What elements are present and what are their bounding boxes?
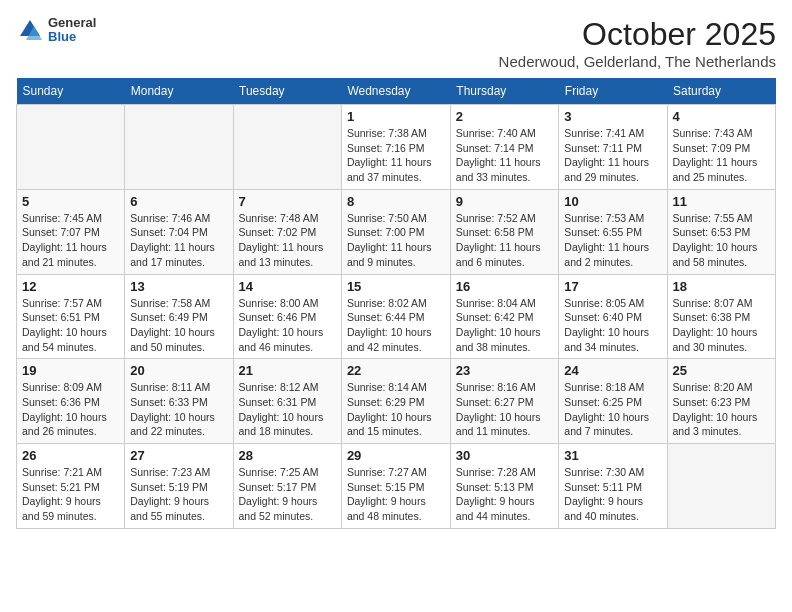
day-info: Sunrise: 8:00 AM Sunset: 6:46 PM Dayligh…	[239, 296, 336, 355]
calendar-cell	[17, 105, 125, 190]
header-row: SundayMondayTuesdayWednesdayThursdayFrid…	[17, 78, 776, 105]
day-number: 11	[673, 194, 770, 209]
day-info: Sunrise: 7:25 AM Sunset: 5:17 PM Dayligh…	[239, 465, 336, 524]
day-number: 24	[564, 363, 661, 378]
logo-icon	[16, 16, 44, 44]
logo: General Blue	[16, 16, 96, 45]
day-number: 2	[456, 109, 554, 124]
calendar-cell: 30Sunrise: 7:28 AM Sunset: 5:13 PM Dayli…	[450, 444, 559, 529]
day-info: Sunrise: 8:07 AM Sunset: 6:38 PM Dayligh…	[673, 296, 770, 355]
day-info: Sunrise: 8:09 AM Sunset: 6:36 PM Dayligh…	[22, 380, 119, 439]
day-number: 30	[456, 448, 554, 463]
calendar-cell: 25Sunrise: 8:20 AM Sunset: 6:23 PM Dayli…	[667, 359, 775, 444]
calendar-subtitle: Nederwoud, Gelderland, The Netherlands	[499, 53, 776, 70]
day-info: Sunrise: 7:45 AM Sunset: 7:07 PM Dayligh…	[22, 211, 119, 270]
day-number: 13	[130, 279, 227, 294]
day-info: Sunrise: 8:16 AM Sunset: 6:27 PM Dayligh…	[456, 380, 554, 439]
day-number: 16	[456, 279, 554, 294]
day-number: 23	[456, 363, 554, 378]
day-number: 14	[239, 279, 336, 294]
calendar-cell: 29Sunrise: 7:27 AM Sunset: 5:15 PM Dayli…	[341, 444, 450, 529]
calendar-cell: 19Sunrise: 8:09 AM Sunset: 6:36 PM Dayli…	[17, 359, 125, 444]
day-info: Sunrise: 7:28 AM Sunset: 5:13 PM Dayligh…	[456, 465, 554, 524]
day-number: 9	[456, 194, 554, 209]
calendar-cell: 2Sunrise: 7:40 AM Sunset: 7:14 PM Daylig…	[450, 105, 559, 190]
calendar-header: SundayMondayTuesdayWednesdayThursdayFrid…	[17, 78, 776, 105]
calendar-cell: 26Sunrise: 7:21 AM Sunset: 5:21 PM Dayli…	[17, 444, 125, 529]
title-block: October 2025 Nederwoud, Gelderland, The …	[499, 16, 776, 70]
calendar-cell	[125, 105, 233, 190]
week-row: 1Sunrise: 7:38 AM Sunset: 7:16 PM Daylig…	[17, 105, 776, 190]
calendar-cell: 31Sunrise: 7:30 AM Sunset: 5:11 PM Dayli…	[559, 444, 667, 529]
calendar-cell: 23Sunrise: 8:16 AM Sunset: 6:27 PM Dayli…	[450, 359, 559, 444]
calendar-cell: 11Sunrise: 7:55 AM Sunset: 6:53 PM Dayli…	[667, 189, 775, 274]
day-info: Sunrise: 7:48 AM Sunset: 7:02 PM Dayligh…	[239, 211, 336, 270]
day-number: 12	[22, 279, 119, 294]
day-number: 20	[130, 363, 227, 378]
day-number: 28	[239, 448, 336, 463]
calendar-cell	[233, 105, 341, 190]
calendar-cell: 17Sunrise: 8:05 AM Sunset: 6:40 PM Dayli…	[559, 274, 667, 359]
calendar-cell: 6Sunrise: 7:46 AM Sunset: 7:04 PM Daylig…	[125, 189, 233, 274]
day-number: 3	[564, 109, 661, 124]
day-info: Sunrise: 7:55 AM Sunset: 6:53 PM Dayligh…	[673, 211, 770, 270]
header-day: Friday	[559, 78, 667, 105]
calendar-cell: 1Sunrise: 7:38 AM Sunset: 7:16 PM Daylig…	[341, 105, 450, 190]
calendar-cell: 28Sunrise: 7:25 AM Sunset: 5:17 PM Dayli…	[233, 444, 341, 529]
day-number: 4	[673, 109, 770, 124]
day-info: Sunrise: 8:04 AM Sunset: 6:42 PM Dayligh…	[456, 296, 554, 355]
calendar-body: 1Sunrise: 7:38 AM Sunset: 7:16 PM Daylig…	[17, 105, 776, 529]
calendar-table: SundayMondayTuesdayWednesdayThursdayFrid…	[16, 78, 776, 529]
calendar-cell: 5Sunrise: 7:45 AM Sunset: 7:07 PM Daylig…	[17, 189, 125, 274]
calendar-cell: 9Sunrise: 7:52 AM Sunset: 6:58 PM Daylig…	[450, 189, 559, 274]
day-number: 8	[347, 194, 445, 209]
calendar-cell: 21Sunrise: 8:12 AM Sunset: 6:31 PM Dayli…	[233, 359, 341, 444]
calendar-cell: 22Sunrise: 8:14 AM Sunset: 6:29 PM Dayli…	[341, 359, 450, 444]
day-info: Sunrise: 7:41 AM Sunset: 7:11 PM Dayligh…	[564, 126, 661, 185]
day-number: 21	[239, 363, 336, 378]
day-number: 26	[22, 448, 119, 463]
calendar-cell: 27Sunrise: 7:23 AM Sunset: 5:19 PM Dayli…	[125, 444, 233, 529]
calendar-cell: 13Sunrise: 7:58 AM Sunset: 6:49 PM Dayli…	[125, 274, 233, 359]
calendar-title: October 2025	[499, 16, 776, 53]
day-info: Sunrise: 7:50 AM Sunset: 7:00 PM Dayligh…	[347, 211, 445, 270]
day-number: 19	[22, 363, 119, 378]
day-number: 15	[347, 279, 445, 294]
calendar-cell: 7Sunrise: 7:48 AM Sunset: 7:02 PM Daylig…	[233, 189, 341, 274]
day-number: 18	[673, 279, 770, 294]
calendar-cell: 8Sunrise: 7:50 AM Sunset: 7:00 PM Daylig…	[341, 189, 450, 274]
day-info: Sunrise: 7:21 AM Sunset: 5:21 PM Dayligh…	[22, 465, 119, 524]
calendar-cell: 24Sunrise: 8:18 AM Sunset: 6:25 PM Dayli…	[559, 359, 667, 444]
calendar-cell	[667, 444, 775, 529]
day-number: 25	[673, 363, 770, 378]
calendar-cell: 10Sunrise: 7:53 AM Sunset: 6:55 PM Dayli…	[559, 189, 667, 274]
week-row: 5Sunrise: 7:45 AM Sunset: 7:07 PM Daylig…	[17, 189, 776, 274]
day-number: 31	[564, 448, 661, 463]
day-info: Sunrise: 8:11 AM Sunset: 6:33 PM Dayligh…	[130, 380, 227, 439]
calendar-cell: 20Sunrise: 8:11 AM Sunset: 6:33 PM Dayli…	[125, 359, 233, 444]
day-info: Sunrise: 8:18 AM Sunset: 6:25 PM Dayligh…	[564, 380, 661, 439]
day-number: 7	[239, 194, 336, 209]
logo-text: General Blue	[48, 16, 96, 45]
day-number: 6	[130, 194, 227, 209]
calendar-cell: 4Sunrise: 7:43 AM Sunset: 7:09 PM Daylig…	[667, 105, 775, 190]
day-number: 17	[564, 279, 661, 294]
day-number: 27	[130, 448, 227, 463]
day-info: Sunrise: 8:20 AM Sunset: 6:23 PM Dayligh…	[673, 380, 770, 439]
header-day: Wednesday	[341, 78, 450, 105]
header-day: Tuesday	[233, 78, 341, 105]
day-info: Sunrise: 8:14 AM Sunset: 6:29 PM Dayligh…	[347, 380, 445, 439]
day-info: Sunrise: 7:40 AM Sunset: 7:14 PM Dayligh…	[456, 126, 554, 185]
day-info: Sunrise: 7:30 AM Sunset: 5:11 PM Dayligh…	[564, 465, 661, 524]
logo-blue: Blue	[48, 30, 96, 44]
day-info: Sunrise: 7:43 AM Sunset: 7:09 PM Dayligh…	[673, 126, 770, 185]
calendar-cell: 12Sunrise: 7:57 AM Sunset: 6:51 PM Dayli…	[17, 274, 125, 359]
day-number: 5	[22, 194, 119, 209]
day-info: Sunrise: 7:57 AM Sunset: 6:51 PM Dayligh…	[22, 296, 119, 355]
calendar-cell: 14Sunrise: 8:00 AM Sunset: 6:46 PM Dayli…	[233, 274, 341, 359]
day-number: 22	[347, 363, 445, 378]
logo-general: General	[48, 16, 96, 30]
calendar-cell: 16Sunrise: 8:04 AM Sunset: 6:42 PM Dayli…	[450, 274, 559, 359]
week-row: 12Sunrise: 7:57 AM Sunset: 6:51 PM Dayli…	[17, 274, 776, 359]
day-number: 10	[564, 194, 661, 209]
